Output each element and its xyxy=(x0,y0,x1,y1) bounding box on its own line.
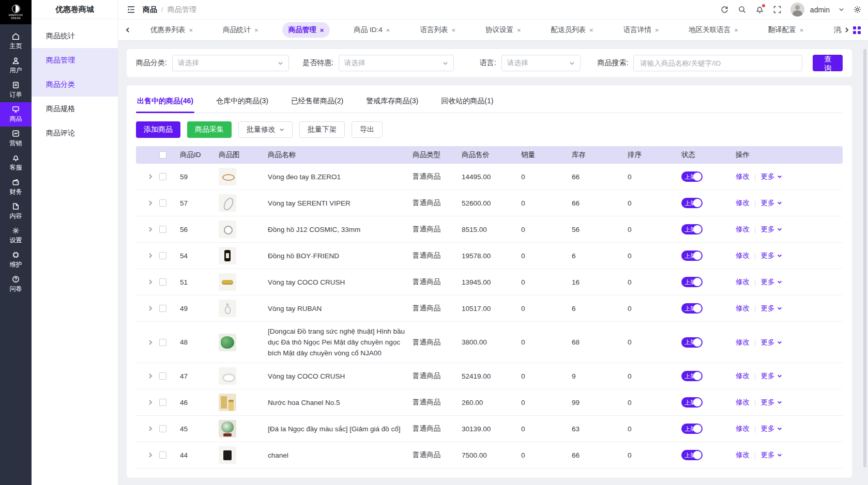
more-link[interactable]: 更多 xyxy=(761,398,782,407)
nav-item-goods[interactable]: 商品 xyxy=(0,102,32,127)
row-checkbox[interactable] xyxy=(159,451,166,459)
more-link[interactable]: 更多 xyxy=(761,371,782,381)
collect-product-button[interactable]: 商品采集 xyxy=(187,121,232,138)
batch-offshelf-button[interactable]: 批量下架 xyxy=(299,121,345,138)
row-checkbox[interactable] xyxy=(159,252,166,259)
status-tab[interactable]: 出售中的商品(46) xyxy=(136,95,194,113)
more-link[interactable]: 更多 xyxy=(761,172,782,181)
submenu-item-goods-manage[interactable]: 商品管理 xyxy=(32,48,118,72)
product-search-input[interactable] xyxy=(633,55,802,71)
close-icon[interactable]: × xyxy=(655,26,659,34)
edit-link[interactable]: 修改 xyxy=(736,304,750,313)
more-link[interactable]: 更多 xyxy=(761,304,782,313)
nav-item-home[interactable]: 主页 xyxy=(0,29,32,54)
more-link[interactable]: 更多 xyxy=(761,277,782,287)
open-tab[interactable]: 协议设置 × xyxy=(479,22,527,38)
batch-edit-button[interactable]: 批量修改 xyxy=(238,121,293,138)
row-checkbox[interactable] xyxy=(159,339,166,346)
row-checkbox[interactable] xyxy=(159,305,166,312)
row-expand-chevron-icon[interactable] xyxy=(147,279,154,285)
status-toggle[interactable]: 上架 xyxy=(681,171,703,182)
close-icon[interactable]: × xyxy=(386,26,390,34)
language-select[interactable]: 请选择 xyxy=(501,55,581,71)
edit-link[interactable]: 修改 xyxy=(736,172,750,181)
submenu-item-goods-stats[interactable]: 商品统计 xyxy=(32,24,118,48)
open-tab[interactable]: 翻译配置 × xyxy=(762,22,810,38)
close-icon[interactable]: × xyxy=(189,26,193,34)
nav-item-service[interactable]: 客服 xyxy=(0,151,32,175)
row-checkbox[interactable] xyxy=(159,399,166,406)
fullscreen-icon[interactable] xyxy=(773,5,782,14)
nav-item-users[interactable]: 用户 xyxy=(0,54,32,78)
status-toggle[interactable]: 上架 xyxy=(681,450,703,460)
open-tab[interactable]: 语言详情 × xyxy=(617,22,665,38)
row-expand-chevron-icon[interactable] xyxy=(147,373,154,379)
row-expand-chevron-icon[interactable] xyxy=(147,253,154,259)
open-tab[interactable]: 商品 ID:4 × xyxy=(347,22,396,38)
row-checkbox[interactable] xyxy=(159,372,166,380)
nav-item-content[interactable]: 内容 xyxy=(0,199,32,224)
product-image[interactable] xyxy=(219,300,236,317)
row-checkbox[interactable] xyxy=(159,199,166,207)
edit-link[interactable]: 修改 xyxy=(736,338,750,347)
breadcrumb-section[interactable]: 商品 xyxy=(143,5,157,14)
status-toggle[interactable]: 上架 xyxy=(681,397,703,408)
vertical-scrollbar[interactable] xyxy=(863,49,866,467)
row-expand-chevron-icon[interactable] xyxy=(147,305,154,311)
layout-settings-gear-icon[interactable] xyxy=(853,5,862,14)
product-image[interactable] xyxy=(219,247,236,264)
nav-item-finance[interactable]: 财务 xyxy=(0,175,32,199)
status-tab[interactable]: 回收站的商品(1) xyxy=(440,95,494,113)
user-menu-chevron-down-icon[interactable] xyxy=(839,7,844,12)
row-checkbox[interactable] xyxy=(159,173,166,180)
edit-link[interactable]: 修改 xyxy=(736,450,750,460)
status-toggle[interactable]: 上架 xyxy=(681,251,703,261)
more-link[interactable]: 更多 xyxy=(761,338,782,347)
close-icon[interactable]: × xyxy=(734,26,738,34)
row-checkbox[interactable] xyxy=(159,226,166,233)
status-toggle[interactable]: 上架 xyxy=(681,424,703,434)
status-toggle[interactable]: 上架 xyxy=(681,277,703,287)
product-image[interactable] xyxy=(219,446,236,464)
add-product-button[interactable]: 添加商品 xyxy=(136,121,180,138)
tabs-scroll-left-icon[interactable] xyxy=(123,27,133,33)
more-link[interactable]: 更多 xyxy=(761,225,782,234)
product-image[interactable] xyxy=(219,334,236,351)
status-toggle[interactable]: 上架 xyxy=(681,371,703,381)
row-expand-chevron-icon[interactable] xyxy=(147,399,154,405)
close-icon[interactable]: × xyxy=(451,26,455,34)
notifications-bell-icon[interactable] xyxy=(755,5,764,14)
open-tab[interactable]: 消息管理 × xyxy=(827,22,842,38)
nav-item-maintenance[interactable]: 维护 xyxy=(0,248,32,272)
query-button[interactable]: 查询 xyxy=(813,55,843,71)
export-button[interactable]: 导出 xyxy=(352,121,383,138)
edit-link[interactable]: 修改 xyxy=(736,277,750,287)
select-all-checkbox[interactable] xyxy=(159,151,166,159)
product-image[interactable] xyxy=(219,273,236,291)
close-icon[interactable]: × xyxy=(800,26,804,34)
status-tab[interactable]: 仓库中的商品(3) xyxy=(215,95,269,113)
category-select[interactable]: 请选择 xyxy=(172,55,289,71)
nav-item-survey[interactable]: 问卷 xyxy=(0,272,32,296)
tabs-grid-icon[interactable] xyxy=(853,26,861,34)
edit-link[interactable]: 修改 xyxy=(736,424,750,433)
product-image[interactable] xyxy=(219,168,236,185)
product-image[interactable] xyxy=(219,194,236,212)
open-tab[interactable]: 商品统计 × xyxy=(217,22,265,38)
nav-item-settings[interactable]: 设置 xyxy=(0,224,32,248)
product-image[interactable] xyxy=(219,367,236,385)
row-checkbox[interactable] xyxy=(159,425,166,432)
more-link[interactable]: 更多 xyxy=(761,198,782,208)
open-tab[interactable]: 商品管理 × xyxy=(282,22,330,38)
row-expand-chevron-icon[interactable] xyxy=(147,426,154,432)
row-checkbox[interactable] xyxy=(159,278,166,286)
special-select[interactable]: 请选择 xyxy=(339,55,454,71)
more-link[interactable]: 更多 xyxy=(761,424,782,433)
submenu-item-goods-review[interactable]: 商品评论 xyxy=(32,121,118,145)
submenu-item-goods-spec[interactable]: 商品规格 xyxy=(32,97,118,121)
more-link[interactable]: 更多 xyxy=(761,251,782,260)
user-name[interactable]: admin xyxy=(810,6,830,14)
edit-link[interactable]: 修改 xyxy=(736,198,750,208)
row-expand-chevron-icon[interactable] xyxy=(147,339,154,346)
sidebar-fold-icon[interactable] xyxy=(127,5,135,14)
